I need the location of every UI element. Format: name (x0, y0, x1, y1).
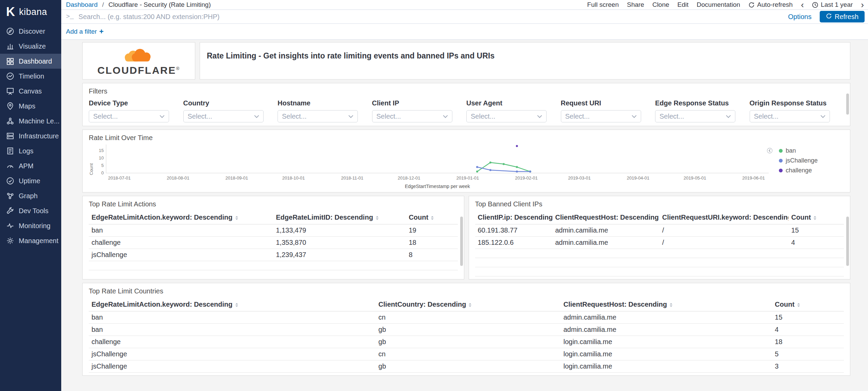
column-header-edgeratelimitaction-keyword[interactable]: EdgeRateLimitAction.keyword: Descending (89, 299, 376, 311)
table-cell[interactable]: 8 (406, 249, 458, 261)
chevron-left-icon[interactable]: ‹ (801, 0, 804, 9)
column-header-clientrequesthost[interactable]: ClientRequestHost: Descending (561, 299, 772, 311)
column-header-clientrequesturi-keyword[interactable]: ClientRequestURI.keyword: Descending (660, 211, 789, 224)
table-cell[interactable]: login.camilia.me (561, 360, 772, 373)
column-header-clientip-ip[interactable]: ClientIP.ip: Descending (475, 211, 553, 224)
sidebar-item-dashboard[interactable]: Dashboard (0, 54, 61, 69)
column-header-count[interactable]: Count (772, 299, 844, 311)
sidebar-item-maps[interactable]: Maps (0, 99, 61, 114)
menu-item-clone[interactable]: Clone (652, 1, 669, 8)
filter-select-edge-response-status[interactable]: Select... (655, 110, 735, 122)
menu-item-share[interactable]: Share (627, 1, 644, 8)
table-cell[interactable]: cn (376, 348, 561, 360)
scrollbar-thumb[interactable] (846, 217, 849, 266)
table-cell[interactable]: admin.camilia.me (561, 324, 772, 336)
filter-select-client-ip[interactable]: Select... (372, 110, 452, 122)
table-cell[interactable]: 1,239,437 (273, 249, 406, 261)
legend-item-ban[interactable]: ban (779, 147, 834, 154)
table-cell[interactable]: 15 (772, 311, 844, 324)
sidebar-item-canvas[interactable]: Canvas (0, 84, 61, 99)
table-cell[interactable]: 185.122.0.6 (475, 237, 553, 249)
filter-select-country[interactable]: Select... (183, 110, 264, 122)
table-cell[interactable]: / (660, 237, 789, 249)
table-cell[interactable]: ban (89, 311, 376, 324)
sidebar-item-visualize[interactable]: Visualize (0, 39, 61, 54)
table-cell[interactable]: admin.camilia.me (552, 237, 660, 249)
column-header-clientrequesthost[interactable]: ClientRequestHost: Descending (552, 211, 660, 224)
table-cell[interactable]: gb (376, 324, 561, 336)
auto-refresh-button[interactable]: Auto-refresh (748, 1, 793, 8)
table-cell[interactable]: 1,353,870 (273, 237, 406, 249)
sidebar-item-machine-learning[interactable]: Machine Le... (0, 114, 61, 129)
table-cell[interactable]: 19 (406, 224, 458, 237)
filter-select-origin-response-status[interactable]: Select... (750, 110, 830, 122)
table-cell[interactable]: jsChallenge (89, 249, 273, 261)
svg-text:EdgeStartTimestamp per week: EdgeStartTimestamp per week (405, 184, 470, 189)
column-header-count[interactable]: Count (788, 211, 844, 224)
column-header-count[interactable]: Count (406, 211, 458, 224)
table-cell[interactable]: 18 (406, 237, 458, 249)
column-header-edgeratelimitid[interactable]: EdgeRateLimitID: Descending (273, 211, 406, 224)
time-picker-button[interactable]: Last 1 year (812, 1, 853, 8)
table-cell[interactable]: gb (376, 360, 561, 373)
scrollbar-thumb[interactable] (846, 94, 849, 115)
monitoring-icon (6, 222, 14, 230)
sidebar-item-label: Uptime (19, 177, 40, 185)
filter-select-request-uri[interactable]: Select... (561, 110, 641, 122)
table-cell[interactable]: 60.191.38.77 (475, 224, 553, 237)
filter-select-user-agent[interactable]: Select... (466, 110, 547, 122)
chevron-right-icon[interactable]: › (861, 0, 864, 9)
sidebar: K kibana DiscoverVisualizeDashboardTimel… (0, 0, 61, 391)
table-cell[interactable]: 1,133,479 (273, 224, 406, 237)
sidebar-item-timelion[interactable]: Timelion (0, 69, 61, 84)
sidebar-item-dev-tools[interactable]: Dev Tools (0, 203, 61, 218)
sidebar-item-graph[interactable]: Graph (0, 188, 61, 203)
table-cell[interactable]: ban (89, 324, 376, 336)
legend-toggle-icon[interactable] (767, 148, 773, 154)
table-cell[interactable]: jsChallenge (89, 348, 376, 360)
add-filter-link[interactable]: Add a filter (66, 28, 97, 35)
options-link[interactable]: Options (788, 13, 812, 21)
legend-item-jschallenge[interactable]: jsChallenge (779, 157, 834, 164)
table-cell[interactable]: jsChallenge (89, 360, 376, 373)
table-cell[interactable]: challenge (89, 237, 273, 249)
sidebar-item-uptime[interactable]: Uptime (0, 173, 61, 188)
table-cell[interactable]: cn (376, 311, 561, 324)
table-cell[interactable]: login.camilia.me (561, 348, 772, 360)
kibana-logo[interactable]: K kibana (0, 0, 61, 24)
breadcrumb-dashboard-link[interactable]: Dashboard (66, 1, 98, 8)
table-cell[interactable]: 18 (772, 336, 844, 348)
column-header-edgeratelimitaction-keyword[interactable]: EdgeRateLimitAction.keyword: Descending (89, 211, 273, 224)
table-cell[interactable]: 3 (772, 360, 844, 373)
search-input[interactable] (79, 13, 788, 21)
table-cell[interactable]: admin.camilia.me (552, 224, 660, 237)
table-cell[interactable]: gb (376, 336, 561, 348)
menu-item-edit[interactable]: Edit (678, 1, 689, 8)
scrollbar-thumb[interactable] (460, 217, 463, 266)
table-cell[interactable]: 15 (788, 224, 844, 237)
table-cell[interactable]: login.camilia.me (561, 336, 772, 348)
table-cell[interactable]: / (660, 224, 789, 237)
table-cell[interactable]: 4 (772, 324, 844, 336)
table-cell[interactable]: challenge (89, 336, 376, 348)
table-cell[interactable]: ban (89, 224, 273, 237)
plus-icon[interactable]: + (99, 27, 104, 36)
legend-item-challenge[interactable]: challenge (779, 167, 834, 174)
svg-text:2018-12-01: 2018-12-01 (398, 175, 420, 181)
table-cell[interactable]: 5 (772, 348, 844, 360)
sidebar-item-management[interactable]: Management (0, 233, 61, 248)
sidebar-item-monitoring[interactable]: Monitoring (0, 218, 61, 233)
sidebar-item-discover[interactable]: Discover (0, 24, 61, 39)
sidebar-item-infrastructure[interactable]: Infrastructure (0, 129, 61, 143)
menu-item-documentation[interactable]: Documentation (697, 1, 740, 8)
sidebar-item-apm[interactable]: APM (0, 158, 61, 173)
sidebar-item-logs[interactable]: Logs (0, 143, 61, 158)
refresh-button[interactable]: Refresh (820, 11, 865, 22)
filter-select-hostname[interactable]: Select... (278, 110, 358, 122)
filter-select-device-type[interactable]: Select... (89, 110, 169, 122)
menu-item-full-screen[interactable]: Full screen (587, 1, 619, 8)
column-header-clientcountry[interactable]: ClientCountry: Descending (376, 299, 561, 311)
svg-text:2019-04-01: 2019-04-01 (627, 175, 650, 181)
table-cell[interactable]: 4 (788, 237, 844, 249)
table-cell[interactable]: admin.camilia.me (561, 311, 772, 324)
